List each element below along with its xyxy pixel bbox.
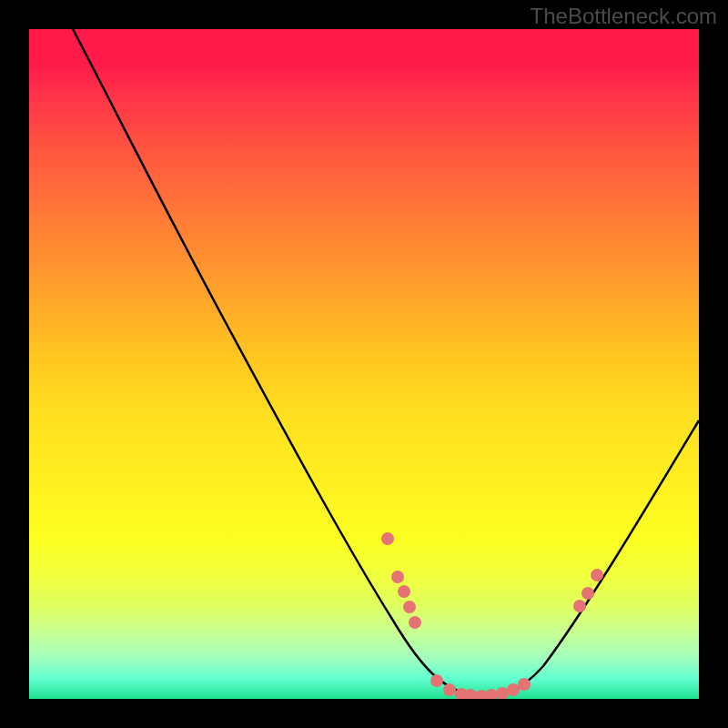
data-point — [496, 687, 509, 699]
plot-area — [29, 29, 699, 699]
data-point — [403, 601, 416, 613]
data-point — [430, 674, 443, 687]
watermark-text: TheBottleneck.com — [531, 4, 717, 29]
data-points — [381, 532, 603, 699]
bottleneck-curve — [73, 29, 699, 696]
data-point — [381, 532, 394, 545]
data-point — [443, 683, 456, 696]
chart-svg — [29, 29, 699, 699]
data-point — [485, 689, 498, 699]
data-point — [591, 569, 603, 581]
data-point — [581, 587, 594, 600]
data-point — [573, 600, 586, 612]
data-point — [409, 616, 421, 629]
data-point — [398, 585, 410, 598]
data-point — [518, 678, 531, 691]
data-point — [391, 571, 404, 583]
data-point — [507, 683, 520, 696]
